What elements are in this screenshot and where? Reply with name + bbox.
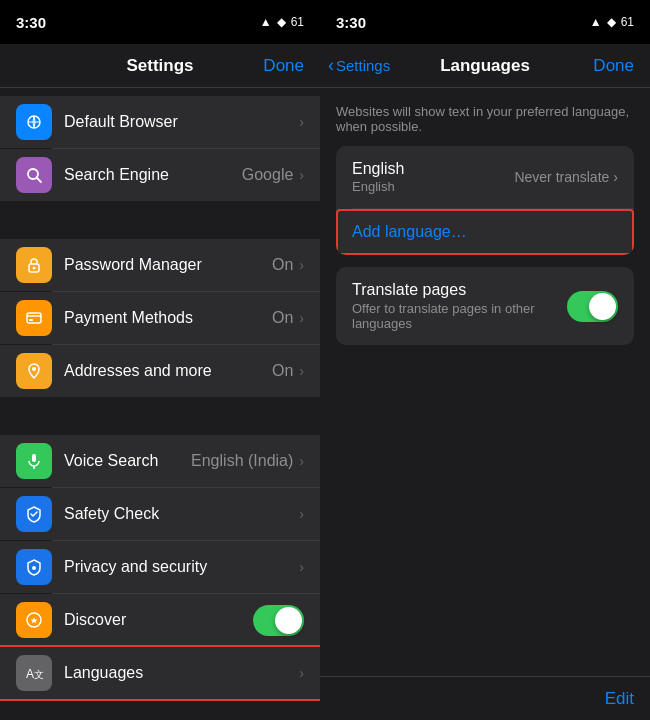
svg-text:A: A bbox=[26, 667, 34, 681]
addresses-value: On bbox=[272, 362, 293, 380]
group-gap-3 bbox=[0, 701, 320, 720]
translate-sub: Offer to translate pages in other langua… bbox=[352, 301, 567, 331]
discover-toggle[interactable] bbox=[253, 605, 304, 636]
back-label: Settings bbox=[336, 57, 390, 74]
discover-label: Discover bbox=[64, 611, 253, 629]
payment-methods-icon bbox=[16, 300, 52, 336]
signal-icon: ▲ bbox=[260, 15, 272, 29]
privacy-security-content: Privacy and security bbox=[64, 541, 299, 593]
voice-search-icon bbox=[16, 443, 52, 479]
privacy-security-right: › bbox=[299, 559, 304, 575]
addresses-icon bbox=[16, 353, 52, 389]
row-voice-search[interactable]: Voice Search English (India) › bbox=[0, 435, 320, 487]
back-chevron-icon: ‹ bbox=[328, 55, 334, 76]
translate-toggle[interactable] bbox=[567, 291, 618, 322]
add-language-row[interactable]: Add language… bbox=[336, 209, 634, 255]
row-payment-methods[interactable]: Payment Methods On › bbox=[0, 292, 320, 344]
row-password-manager[interactable]: Password Manager On › bbox=[0, 239, 320, 291]
svg-rect-6 bbox=[27, 313, 41, 323]
password-manager-icon bbox=[16, 247, 52, 283]
search-engine-content: Search Engine bbox=[64, 149, 242, 201]
left-nav-bar: Settings Done bbox=[0, 44, 320, 88]
svg-point-5 bbox=[33, 267, 36, 270]
english-label: English bbox=[352, 160, 514, 178]
default-browser-content: Default Browser bbox=[64, 96, 299, 148]
discover-icon bbox=[16, 602, 52, 638]
right-nav-title: Languages bbox=[440, 56, 530, 76]
row-safety-check[interactable]: Safety Check › bbox=[0, 488, 320, 540]
password-manager-content: Password Manager bbox=[64, 239, 272, 291]
svg-text:文: 文 bbox=[34, 669, 44, 680]
left-nav-title: Settings bbox=[126, 56, 193, 76]
row-languages[interactable]: A 文 Languages › bbox=[0, 647, 320, 699]
right-status-bar: 3:30 ▲ ◆ 61 bbox=[320, 0, 650, 44]
translate-pages-card: Translate pages Offer to translate pages… bbox=[336, 267, 634, 345]
payment-methods-label: Payment Methods bbox=[64, 309, 272, 327]
right-nav-bar: ‹ Settings Languages Done bbox=[320, 44, 650, 88]
row-search-engine[interactable]: Search Engine Google › bbox=[0, 149, 320, 201]
section-autofill: Password Manager On › Payment Meth bbox=[0, 239, 320, 397]
right-done-button[interactable]: Done bbox=[593, 56, 634, 76]
row-privacy-security[interactable]: Privacy and security › bbox=[0, 541, 320, 593]
default-browser-right: › bbox=[299, 114, 304, 130]
svg-point-9 bbox=[32, 367, 36, 371]
english-content: English English bbox=[352, 160, 514, 194]
right-time: 3:30 bbox=[336, 14, 366, 31]
group-gap-2 bbox=[0, 399, 320, 435]
never-translate-chevron: › bbox=[613, 169, 618, 185]
addresses-chevron: › bbox=[299, 363, 304, 379]
right-content: Websites will show text in your preferre… bbox=[320, 88, 650, 676]
add-language-label[interactable]: Add language… bbox=[352, 223, 467, 240]
password-manager-label: Password Manager bbox=[64, 256, 272, 274]
search-engine-icon bbox=[16, 157, 52, 193]
search-engine-chevron: › bbox=[299, 167, 304, 183]
search-engine-right: Google › bbox=[242, 166, 304, 184]
languages-icon: A 文 bbox=[16, 655, 52, 691]
payment-methods-value: On bbox=[272, 309, 293, 327]
addresses-content: Addresses and more bbox=[64, 345, 272, 397]
search-engine-label: Search Engine bbox=[64, 166, 242, 184]
safety-check-label: Safety Check bbox=[64, 505, 299, 523]
right-panel: 3:30 ▲ ◆ 61 ‹ Settings Languages Done We… bbox=[320, 0, 650, 720]
section-browser: Default Browser › Search Engine bbox=[0, 96, 320, 201]
payment-methods-right: On › bbox=[272, 309, 304, 327]
languages-label: Languages bbox=[64, 664, 299, 682]
translate-content: Translate pages Offer to translate pages… bbox=[352, 281, 567, 331]
left-done-button[interactable]: Done bbox=[263, 56, 304, 76]
row-discover[interactable]: Discover bbox=[0, 594, 320, 646]
addresses-right: On › bbox=[272, 362, 304, 380]
svg-rect-10 bbox=[32, 454, 36, 462]
discover-toggle-knob bbox=[275, 607, 302, 634]
back-button[interactable]: ‹ Settings bbox=[328, 55, 390, 76]
right-status-icons: ▲ ◆ 61 bbox=[590, 15, 634, 29]
left-status-icons: ▲ ◆ 61 bbox=[260, 15, 304, 29]
group-gap-1 bbox=[0, 203, 320, 239]
right-signal-icon: ▲ bbox=[590, 15, 602, 29]
svg-rect-8 bbox=[29, 319, 33, 321]
right-battery-icon: 61 bbox=[621, 15, 634, 29]
voice-search-chevron: › bbox=[299, 453, 304, 469]
privacy-security-chevron: › bbox=[299, 559, 304, 575]
edit-button[interactable]: Edit bbox=[605, 689, 634, 709]
voice-search-right: English (India) › bbox=[191, 452, 304, 470]
section-privacy: Voice Search English (India) › Safety Ch… bbox=[0, 435, 320, 699]
privacy-security-icon bbox=[16, 549, 52, 585]
left-status-bar: 3:30 ▲ ◆ 61 bbox=[0, 0, 320, 44]
english-sub: English bbox=[352, 179, 514, 194]
translate-toggle-knob bbox=[589, 293, 616, 320]
discover-content: Discover bbox=[64, 594, 253, 646]
search-engine-value: Google bbox=[242, 166, 294, 184]
subtitle-text: Websites will show text in your preferre… bbox=[320, 104, 650, 146]
translate-pages-row[interactable]: Translate pages Offer to translate pages… bbox=[336, 267, 634, 345]
english-row[interactable]: English English Never translate › bbox=[336, 146, 634, 208]
password-manager-chevron: › bbox=[299, 257, 304, 273]
safety-check-chevron: › bbox=[299, 506, 304, 522]
bottom-bar: Edit bbox=[320, 676, 650, 720]
never-translate-right: Never translate › bbox=[514, 169, 618, 185]
row-default-browser[interactable]: Default Browser › bbox=[0, 96, 320, 148]
svg-marker-14 bbox=[30, 617, 37, 624]
row-addresses[interactable]: Addresses and more On › bbox=[0, 345, 320, 397]
language-card: English English Never translate › Add la… bbox=[336, 146, 634, 255]
default-browser-chevron: › bbox=[299, 114, 304, 130]
left-panel: 3:30 ▲ ◆ 61 Settings Done bbox=[0, 0, 320, 720]
